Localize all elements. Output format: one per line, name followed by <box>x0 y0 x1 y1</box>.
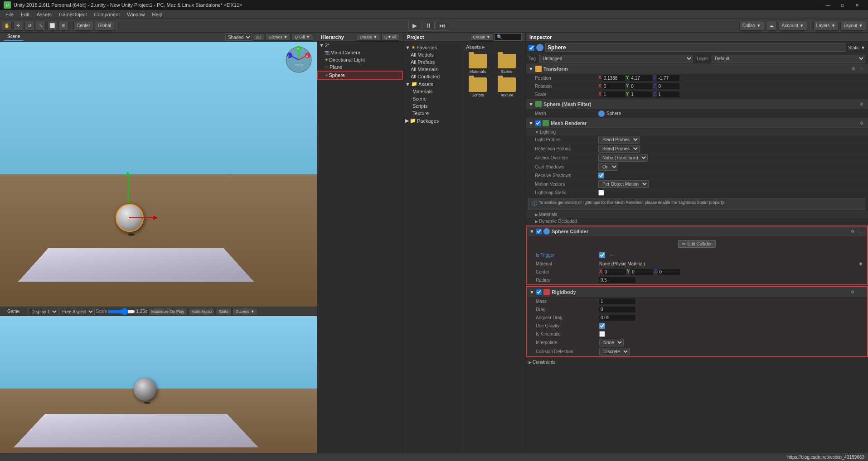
object-name[interactable]: Sphere <box>545 43 846 52</box>
sphere-collider-settings[interactable]: ⚙ <box>849 228 856 235</box>
folder-scene[interactable]: Scene <box>493 53 520 75</box>
layers-button[interactable]: Layers ▼ <box>813 21 839 31</box>
menu-edit[interactable]: Edit <box>17 11 33 18</box>
maximize-button[interactable]: □ <box>835 0 850 10</box>
packages-header[interactable]: ▶ 📁 Packages <box>403 117 462 125</box>
view-gizmo[interactable]: X Y Z Persp <box>285 46 312 73</box>
hierarchy-scene[interactable]: ▼ 2* <box>317 42 403 49</box>
display-select[interactable]: Display 1 <box>29 308 58 315</box>
pos-x-field[interactable] <box>602 75 625 81</box>
mesh-filter-header[interactable]: ▼ Sphere (Mesh Filter) ⚙ <box>526 99 868 110</box>
object-active-checkbox[interactable] <box>529 45 534 51</box>
menu-file[interactable]: File <box>2 11 17 18</box>
mesh-renderer-settings[interactable]: ⚙ <box>858 120 865 127</box>
anchor-override-select[interactable]: None (Transform) <box>598 154 648 162</box>
collision-select[interactable]: Discrete <box>599 348 630 355</box>
account-button[interactable]: Account ▼ <box>779 21 807 31</box>
transform-header[interactable]: ▼ Transform ⚙ ⋮ <box>526 64 868 74</box>
tab-game[interactable]: Game <box>4 308 23 315</box>
asset-materials[interactable]: Materials <box>403 88 462 95</box>
hierarchy-item-directional-light[interactable]: ☀ Directional Light <box>317 56 403 63</box>
mass-field[interactable] <box>599 298 635 304</box>
cloud-button[interactable]: ☁ <box>766 21 777 31</box>
game-view[interactable] <box>0 316 317 461</box>
menu-assets[interactable]: Assets <box>33 11 55 18</box>
rot-x-field[interactable] <box>602 83 625 89</box>
light-probes-select[interactable]: Blend Probes <box>598 136 640 144</box>
layer-select[interactable]: Default <box>712 55 865 62</box>
transform-settings-icon[interactable]: ⚙ <box>850 65 857 72</box>
hierarchy-item-main-camera[interactable]: 📷 Main Camera <box>317 49 403 56</box>
hierarchy-item-sphere[interactable]: ● Sphere <box>317 71 403 80</box>
edit-collider-button[interactable]: ✏ Edit Collider <box>678 240 716 248</box>
center-z-field[interactable] <box>658 269 680 275</box>
center-x-field[interactable] <box>603 269 626 275</box>
lighting-section[interactable]: ▼ Lighting <box>526 129 868 135</box>
fav-all-materials[interactable]: All Materials <box>403 66 462 73</box>
scale-x-field[interactable] <box>602 91 625 97</box>
layout-button[interactable]: Layout ▼ <box>840 21 866 31</box>
asset-texture[interactable]: Texture <box>403 110 462 117</box>
tag-select[interactable]: Untagged <box>539 55 693 62</box>
transform-tool[interactable]: ⊞ <box>58 21 68 31</box>
menu-component[interactable]: Component <box>90 11 123 18</box>
sphere-collider-header[interactable]: ▼ Sphere Collider ⚙ ⋮ <box>527 226 867 237</box>
angular-drag-field[interactable] <box>599 315 635 321</box>
maximize-toggle[interactable]: Maximize On Play <box>148 308 188 315</box>
menu-window[interactable]: Window <box>123 11 148 18</box>
rigidbody-header[interactable]: ▼ Rigidbody ⚙ ⋮ <box>527 287 867 298</box>
rot-z-field[interactable] <box>657 83 679 89</box>
sphere-collider-enabled[interactable] <box>536 229 542 234</box>
scale-y-field[interactable] <box>630 91 652 97</box>
space-toggle[interactable]: Global <box>95 21 114 31</box>
menu-gameobject[interactable]: GameObject <box>55 11 91 18</box>
hand-tool[interactable]: ✋ <box>2 21 12 31</box>
folder-scripts[interactable]: Scripts <box>464 77 491 98</box>
stats-toggle[interactable]: Stats <box>216 308 232 315</box>
scene-view[interactable]: X Y Z Persp <box>0 42 317 307</box>
rigidbody-menu[interactable]: ⋮ <box>857 288 864 296</box>
rigidbody-settings[interactable]: ⚙ <box>849 288 856 296</box>
pos-y-field[interactable] <box>630 75 652 81</box>
reflection-probes-select[interactable]: Blend Probes <box>598 145 640 153</box>
collider-material-select-icon[interactable]: ◉ <box>857 260 864 267</box>
mesh-filter-settings[interactable]: ⚙ <box>858 101 865 108</box>
move-tool[interactable]: ✛ <box>13 21 23 31</box>
asset-scripts[interactable]: Scripts <box>403 102 462 110</box>
mode-2d[interactable]: 2D <box>253 34 265 41</box>
pause-button[interactable]: ⏸ <box>422 21 435 31</box>
folder-texture[interactable]: Texture <box>493 77 520 98</box>
hierarchy-search[interactable]: Q▼All <box>381 34 399 41</box>
radius-field[interactable] <box>599 277 635 283</box>
aspect-select[interactable]: Free Aspect <box>59 308 95 315</box>
sphere-collider-menu[interactable]: ⋮ <box>857 228 864 235</box>
lightmap-static-checkbox[interactable] <box>598 190 604 196</box>
hierarchy-create[interactable]: Create ▼ <box>357 34 380 41</box>
mesh-renderer-header[interactable]: ▼ Mesh Renderer ⚙ <box>526 118 868 129</box>
shading-mode[interactable]: Shaded <box>225 34 252 41</box>
mute-toggle[interactable]: Mute Audio <box>188 308 215 315</box>
gizmos-dropdown[interactable]: Gizmos ▼ <box>265 34 291 41</box>
step-button[interactable]: ⏭ <box>436 21 448 31</box>
constraints-section[interactable]: ▶ Constraints <box>526 358 868 366</box>
pos-z-field[interactable] <box>657 75 679 81</box>
game-gizmos[interactable]: Gizmos ▼ <box>233 308 258 315</box>
project-search[interactable] <box>495 34 522 41</box>
fav-all-conflicted[interactable]: All Conflicted <box>403 73 462 80</box>
is-kinematic-checkbox[interactable] <box>599 331 605 337</box>
all-dropdown[interactable]: Q+All ▼ <box>291 34 313 41</box>
transform-menu-icon[interactable]: ⋮ <box>858 65 865 72</box>
cast-shadows-select[interactable]: On <box>598 163 618 171</box>
use-gravity-checkbox[interactable] <box>599 323 605 329</box>
favorites-header[interactable]: ▼ ★ Favorites <box>403 43 462 51</box>
motion-vectors-select[interactable]: Per Object Motion <box>598 180 649 188</box>
play-button[interactable]: ▶ <box>408 21 421 31</box>
close-button[interactable]: ✕ <box>850 0 864 10</box>
minimize-button[interactable]: — <box>821 0 835 10</box>
menu-help[interactable]: Help <box>148 11 166 18</box>
rect-tool[interactable]: ⬜ <box>47 21 57 31</box>
tab-scene[interactable]: Scene <box>4 33 24 41</box>
center-y-field[interactable] <box>630 269 653 275</box>
hierarchy-item-plane[interactable]: ▭ Plane <box>317 63 403 71</box>
receive-shadows-checkbox[interactable] <box>598 173 604 178</box>
